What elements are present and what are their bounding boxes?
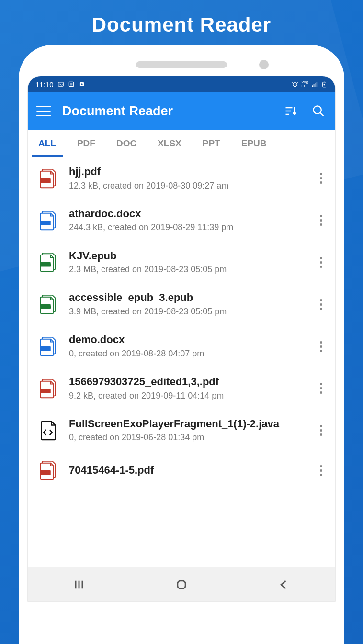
tab-epub[interactable]: EPUB <box>231 130 270 157</box>
file-overflow-menu[interactable] <box>315 425 327 436</box>
signal-icon <box>311 81 318 88</box>
epub-file-icon: ePUB <box>36 293 59 316</box>
svg-text:ePUB: ePUB <box>41 305 51 309</box>
file-meta: 0, created on 2019-08-28 04:07 pm <box>69 348 306 360</box>
file-meta: 9.2 kB, created on 2019-09-11 04:14 pm <box>69 390 306 402</box>
file-meta: 3.9 MB, created on 2019-08-23 05:05 pm <box>69 306 306 318</box>
file-name: demo.docx <box>69 333 306 347</box>
file-meta: 244.3 kB, created on 2019-08-29 11:39 pm <box>69 222 306 233</box>
file-name: 70415464-1-5.pdf <box>69 464 306 477</box>
svg-rect-7 <box>312 85 313 87</box>
svg-point-13 <box>314 106 321 114</box>
tab-all[interactable]: ALL <box>28 130 67 157</box>
status-time: 11:10 <box>35 80 54 89</box>
volte-icon: Vo))LTE <box>301 80 308 88</box>
file-item[interactable]: FullScreenExoPlayerFragment_1(1)-2.java0… <box>28 410 335 452</box>
svg-rect-3 <box>70 83 72 86</box>
nav-back[interactable] <box>270 575 298 594</box>
svg-text:DOC: DOC <box>42 221 50 225</box>
app-title: Document Reader <box>62 104 271 119</box>
svg-rect-12 <box>324 82 325 82</box>
file-name: FullScreenExoPlayerFragment_1(1)-2.java <box>69 417 306 431</box>
nav-recents[interactable] <box>65 575 93 594</box>
svg-text:ePUB: ePUB <box>41 263 51 267</box>
file-name: 1566979303725_edited1,3,.pdf <box>69 375 306 389</box>
app-bar: Document Reader <box>28 92 335 130</box>
file-overflow-menu[interactable] <box>315 215 327 226</box>
pdf-file-icon: PDF <box>36 167 59 190</box>
phone-frame: 11:10 Vo))LTE Document Reader <box>19 45 344 644</box>
svg-text:PDF: PDF <box>42 179 50 183</box>
file-name: hjj.pdf <box>69 165 306 179</box>
phone-notch <box>27 54 336 76</box>
svg-point-5 <box>81 83 83 85</box>
file-meta: 0, created on 2019-06-28 01:34 pm <box>69 432 306 444</box>
file-item[interactable]: DOC demo.docx0, created on 2019-08-28 04… <box>28 325 335 367</box>
tab-xlsx[interactable]: XLSX <box>147 130 192 157</box>
file-meta: 2.3 MB, created on 2019-08-23 05:05 pm <box>69 264 306 276</box>
tab-bar: ALLPDFDOCXLSXPPTEPUB <box>28 130 335 157</box>
tab-doc[interactable]: DOC <box>106 130 147 157</box>
doc-file-icon: DOC <box>36 335 59 358</box>
tab-ppt[interactable]: PPT <box>192 130 231 157</box>
svg-text:PDF: PDF <box>42 389 50 393</box>
file-name: KJV.epub <box>69 249 306 263</box>
file-overflow-menu[interactable] <box>315 465 327 476</box>
file-item[interactable]: DOC athardoc.docx244.3 kB, created on 20… <box>28 200 335 242</box>
status-bar: 11:10 Vo))LTE <box>28 76 335 92</box>
file-item[interactable]: PDF 70415464-1-5.pdf <box>28 451 335 489</box>
svg-rect-10 <box>317 82 318 87</box>
tab-pdf[interactable]: PDF <box>67 130 106 157</box>
sort-button[interactable] <box>283 103 299 119</box>
epub-file-icon: ePUB <box>36 251 59 274</box>
file-overflow-menu[interactable] <box>315 257 327 268</box>
promo-title: Document Reader <box>0 0 363 45</box>
file-name: athardoc.docx <box>69 207 306 221</box>
pdf-file-icon: PDF <box>36 459 59 482</box>
file-item[interactable]: PDF hjj.pdf12.3 kB, created on 2019-08-3… <box>28 157 335 200</box>
svg-rect-8 <box>314 84 315 87</box>
menu-icon[interactable] <box>36 106 51 116</box>
screenshot-icon <box>68 81 75 88</box>
file-item[interactable]: PDF 1566979303725_edited1,3,.pdf9.2 kB, … <box>28 367 335 410</box>
file-overflow-menu[interactable] <box>315 299 327 310</box>
pdf-file-icon: PDF <box>36 377 59 400</box>
file-overflow-menu[interactable] <box>315 341 327 352</box>
nav-home[interactable] <box>167 575 196 594</box>
doc-file-icon: DOC <box>36 209 59 232</box>
svg-rect-28 <box>178 580 185 588</box>
file-meta: 12.3 kB, created on 2019-08-30 09:27 am <box>69 180 306 192</box>
file-item[interactable]: ePUB accessible_epub_3.epub3.9 MB, creat… <box>28 283 335 325</box>
file-name: accessible_epub_3.epub <box>69 291 306 305</box>
file-list: PDF hjj.pdf12.3 kB, created on 2019-08-3… <box>28 157 335 567</box>
phone-screen: 11:10 Vo))LTE Document Reader <box>27 76 336 602</box>
android-nav-bar <box>28 567 335 601</box>
record-icon <box>79 81 85 88</box>
file-item[interactable]: ePUB KJV.epub2.3 MB, created on 2019-08-… <box>28 242 335 284</box>
file-overflow-menu[interactable] <box>315 383 327 394</box>
search-button[interactable] <box>310 103 327 119</box>
svg-rect-9 <box>315 83 316 87</box>
image-icon <box>57 81 64 88</box>
battery-icon <box>321 81 328 88</box>
alarm-icon <box>292 81 298 88</box>
file-overflow-menu[interactable] <box>315 173 327 184</box>
svg-text:PDF: PDF <box>42 471 50 475</box>
code-file-icon <box>36 419 59 442</box>
svg-text:DOC: DOC <box>42 347 50 351</box>
